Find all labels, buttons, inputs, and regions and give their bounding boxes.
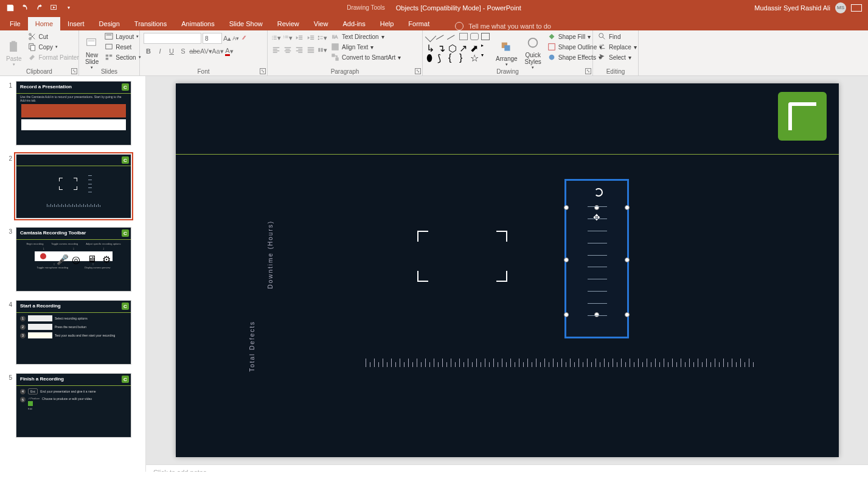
selected-shape[interactable]: ✥ — [566, 181, 627, 337]
justify-button[interactable] — [306, 45, 316, 55]
font-launcher[interactable]: ⤡ — [260, 68, 266, 74]
tab-slideshow[interactable]: Slide Show — [222, 17, 270, 30]
svg-rect-30 — [310, 39, 314, 40]
user-name[interactable]: Mudassir Syed Rashid Ali — [754, 4, 830, 12]
svg-point-60 — [549, 55, 554, 60]
slide-thumbnail-3[interactable]: C Camtasia Recording Toolbar Begin recor… — [16, 227, 131, 292]
line-spacing-button[interactable]: ▾ — [318, 33, 327, 43]
camtasia-logo-icon: C — [122, 83, 129, 91]
columns-button[interactable]: ▾ — [318, 45, 327, 55]
increase-indent-button[interactable] — [306, 33, 316, 43]
tab-help[interactable]: Help — [373, 17, 401, 30]
align-center-button[interactable] — [283, 45, 293, 55]
font-size-select[interactable] — [203, 33, 222, 44]
align-text-button[interactable]: Align Text ▾ — [330, 42, 402, 52]
svg-rect-36 — [273, 52, 277, 53]
replace-icon — [598, 43, 606, 51]
tab-file[interactable]: File — [2, 17, 28, 30]
search-icon — [598, 32, 606, 41]
tab-review[interactable]: Review — [270, 17, 307, 30]
save-icon[interactable] — [6, 4, 15, 12]
svg-rect-18 — [274, 37, 277, 38]
svg-rect-22 — [285, 36, 288, 37]
clear-formatting-icon[interactable] — [240, 34, 249, 43]
strikethrough-button[interactable]: abc — [190, 46, 200, 56]
svg-rect-11 — [106, 44, 113, 49]
font-color-button[interactable]: A▾ — [224, 46, 234, 56]
notes-pane[interactable]: Click to add notes — [146, 464, 868, 472]
crop-marks — [417, 231, 507, 282]
section-button[interactable]: Section ▾ — [103, 52, 142, 62]
layout-button[interactable]: Layout ▾ — [103, 32, 142, 41]
char-spacing-button[interactable]: AV▾ — [201, 46, 211, 56]
tab-animations[interactable]: Animations — [174, 17, 221, 30]
increase-font-icon[interactable]: A▴ — [223, 35, 231, 43]
svg-rect-32 — [320, 38, 322, 39]
slide-thumbnail-1[interactable]: C Record a Presentation Use the Camtasia… — [16, 81, 131, 145]
svg-rect-37 — [285, 47, 291, 48]
group-paragraph: ▾ 12▾ ▾ ▾ IIAText Direction ▾ Align Text… — [268, 30, 423, 75]
format-painter-button[interactable]: Format Painter — [27, 52, 80, 62]
slide-thumbnail-5[interactable]: C Finish a Recording 4EscEnd your presen… — [16, 373, 131, 438]
svg-rect-20 — [274, 39, 277, 40]
font-family-select[interactable] — [144, 33, 201, 44]
tab-format[interactable]: Format — [401, 17, 437, 30]
reset-button[interactable]: Reset — [103, 42, 142, 52]
arrange-icon — [500, 41, 513, 54]
rotate-handle[interactable] — [594, 188, 603, 197]
tab-addins[interactable]: Add-ins — [335, 17, 372, 30]
tell-me-search[interactable]: Tell me what you want to do — [437, 22, 551, 30]
svg-rect-42 — [298, 49, 302, 49]
camtasia-logo-icon: C — [122, 156, 129, 164]
slide-thumbnails-panel[interactable]: 1 C Record a Presentation Use the Camtas… — [0, 76, 146, 472]
start-from-beginning-icon[interactable] — [50, 4, 58, 12]
ruler-ticks-horizontal — [366, 359, 754, 367]
underline-button[interactable]: U — [167, 46, 176, 56]
undo-icon[interactable] — [21, 4, 29, 12]
decrease-font-icon[interactable]: A▾ — [232, 35, 239, 41]
y-axis-label-bottom: Total Defects — [249, 321, 255, 372]
svg-rect-35 — [273, 51, 280, 51]
find-button[interactable]: Find — [597, 32, 638, 41]
lightbulb-icon — [455, 22, 464, 30]
ribbon-display-options-icon[interactable] — [851, 4, 862, 12]
clipboard-launcher[interactable]: ⤡ — [71, 68, 77, 74]
effects-icon — [547, 53, 556, 61]
copy-button[interactable]: Copy ▾ — [27, 42, 80, 52]
convert-smartart-button[interactable]: Convert to SmartArt ▾ — [330, 52, 402, 62]
svg-rect-13 — [109, 55, 112, 57]
tab-transitions[interactable]: Transitions — [127, 17, 174, 30]
tab-home[interactable]: Home — [28, 17, 60, 30]
replace-button[interactable]: Replace ▾ — [597, 42, 638, 52]
shadow-button[interactable]: S — [178, 46, 188, 56]
cut-button[interactable]: Cut — [27, 32, 80, 41]
qat-dropdown-icon[interactable]: ▾ — [64, 4, 73, 12]
change-case-button[interactable]: Aa▾ — [213, 46, 223, 56]
svg-rect-54 — [332, 54, 335, 57]
drawing-launcher[interactable]: ⤡ — [585, 68, 591, 74]
paragraph-launcher[interactable]: ⤡ — [415, 68, 421, 74]
tab-view[interactable]: View — [307, 17, 336, 30]
tab-insert[interactable]: Insert — [60, 17, 92, 30]
svg-rect-27 — [299, 39, 302, 40]
thumb-number: 3 — [6, 227, 12, 292]
decrease-indent-button[interactable] — [294, 33, 304, 43]
slide-thumbnail-2[interactable]: C — [16, 154, 131, 219]
italic-button[interactable]: I — [155, 46, 165, 56]
numbering-button[interactable]: 12▾ — [283, 33, 293, 43]
bullets-button[interactable]: ▾ — [271, 33, 281, 43]
slide-thumbnail-4[interactable]: C Start a Recording 1Select recording op… — [16, 300, 131, 365]
select-button[interactable]: Select ▾ — [597, 52, 638, 62]
user-avatar[interactable]: MS — [835, 2, 846, 13]
redo-icon[interactable] — [35, 4, 44, 12]
svg-rect-12 — [106, 55, 108, 57]
tab-design[interactable]: Design — [92, 17, 127, 30]
align-left-button[interactable] — [271, 45, 281, 55]
bold-button[interactable]: B — [144, 46, 153, 56]
group-clipboard: Paste▾ Cut Copy ▾ Format Painter Clipboa… — [0, 30, 79, 75]
slide-canvas[interactable]: Downtime (Hours) Total Defects — [176, 83, 839, 457]
align-right-button[interactable] — [294, 45, 304, 55]
text-direction-button[interactable]: IIAText Direction ▾ — [330, 32, 402, 41]
shapes-gallery[interactable]: ↳ ↴ ⬡ ↗ ⬈ ▸ ⬮ ⟆ { } ☆ ▾ — [426, 33, 491, 61]
document-title: Objects [Compatibility Mode] - PowerPoin… — [396, 4, 521, 12]
